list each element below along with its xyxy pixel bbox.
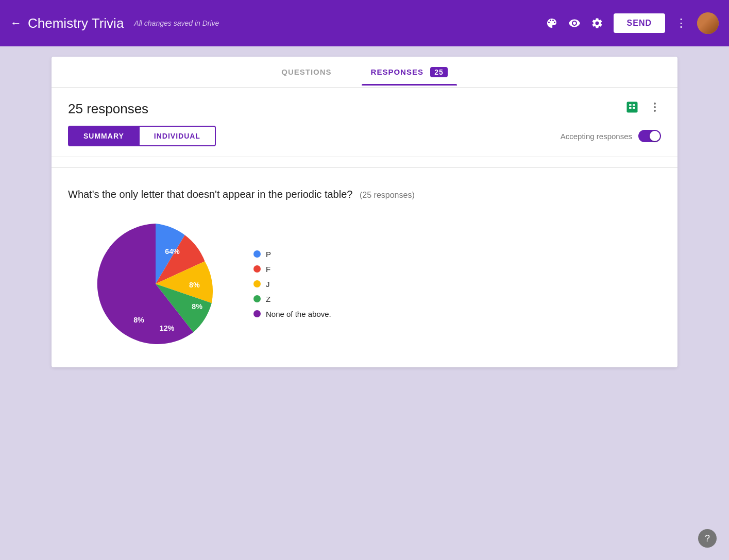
pie-chart-svg: 64% 8% 8% 12% 8% bbox=[89, 217, 223, 351]
tab-responses-label: RESPONSES bbox=[371, 67, 423, 76]
avatar[interactable] bbox=[697, 12, 719, 34]
header-right: SEND ⋮ bbox=[546, 12, 719, 34]
more-options-button[interactable]: ⋮ bbox=[675, 16, 687, 30]
gear-icon bbox=[591, 17, 603, 29]
responses-more-button[interactable] bbox=[649, 101, 661, 116]
legend-item-none: None of the above. bbox=[253, 310, 331, 318]
eye-icon bbox=[568, 17, 581, 29]
legend-label-none: None of the above. bbox=[266, 310, 331, 318]
back-button[interactable]: ← bbox=[10, 16, 22, 30]
chart-legend: P F J Z None bbox=[253, 250, 331, 318]
main-tabs: QUESTIONS RESPONSES 25 bbox=[52, 57, 677, 88]
app-title: Chemistry Trivia bbox=[28, 15, 124, 31]
settings-icon-button[interactable] bbox=[591, 17, 603, 29]
summary-tab[interactable]: SUMMARY bbox=[68, 126, 140, 146]
main-background: QUESTIONS RESPONSES 25 25 responses bbox=[0, 46, 729, 560]
send-button[interactable]: SEND bbox=[614, 13, 665, 33]
spacer bbox=[52, 157, 677, 167]
accepting-label: Accepting responses bbox=[561, 132, 632, 141]
header: ← Chemistry Trivia All changes saved in … bbox=[0, 0, 729, 46]
preview-icon-button[interactable] bbox=[568, 17, 581, 29]
svg-rect-2 bbox=[633, 104, 635, 106]
sheets-icon bbox=[625, 100, 639, 114]
view-tabs: SUMMARY INDIVIDUAL bbox=[68, 126, 216, 146]
pie-label-none: 64% bbox=[165, 247, 180, 256]
svg-point-9 bbox=[654, 106, 656, 108]
palette-icon-button[interactable] bbox=[546, 17, 558, 29]
individual-tab[interactable]: INDIVIDUAL bbox=[140, 126, 216, 146]
question-content: What's the only letter that doesn't appe… bbox=[68, 189, 352, 200]
help-button[interactable]: ? bbox=[698, 529, 717, 548]
saved-status: All changes saved in Drive bbox=[134, 19, 219, 27]
legend-dot-none bbox=[253, 310, 261, 317]
sheets-export-button[interactable] bbox=[625, 100, 639, 117]
legend-dot-z bbox=[253, 295, 261, 302]
pie-chart: 64% 8% 8% 12% 8% bbox=[89, 217, 223, 351]
header-left: ← Chemistry Trivia All changes saved in … bbox=[10, 15, 537, 31]
legend-label-j: J bbox=[266, 280, 270, 289]
svg-point-10 bbox=[654, 110, 656, 112]
svg-point-8 bbox=[654, 103, 656, 105]
legend-item-z: Z bbox=[253, 295, 331, 303]
legend-dot-p bbox=[253, 250, 261, 258]
legend-label-z: Z bbox=[266, 295, 270, 303]
responses-actions bbox=[625, 100, 661, 117]
legend-label-p: P bbox=[266, 250, 271, 259]
pie-label-j: 12% bbox=[160, 324, 175, 332]
tab-questions[interactable]: QUESTIONS bbox=[277, 58, 335, 86]
svg-rect-4 bbox=[633, 107, 635, 109]
svg-rect-1 bbox=[629, 104, 632, 106]
response-count-badge: 25 bbox=[430, 67, 448, 77]
accepting-toggle[interactable] bbox=[638, 130, 661, 142]
avatar-image bbox=[697, 12, 719, 34]
legend-item-p: P bbox=[253, 250, 331, 259]
tab-responses[interactable]: RESPONSES 25 bbox=[367, 58, 452, 86]
palette-icon bbox=[546, 17, 558, 29]
chart-area: 64% 8% 8% 12% 8% P F bbox=[68, 217, 661, 351]
responses-count: 25 responses bbox=[68, 101, 148, 117]
accepting-row: Accepting responses bbox=[561, 130, 661, 142]
svg-rect-3 bbox=[629, 107, 632, 109]
form-card: QUESTIONS RESPONSES 25 25 responses bbox=[52, 57, 677, 367]
pie-label-p: 8% bbox=[189, 281, 200, 289]
responses-header: 25 responses bbox=[52, 88, 677, 126]
question-response-count: (25 responses) bbox=[360, 191, 415, 199]
question-text: What's the only letter that doesn't appe… bbox=[68, 189, 661, 200]
legend-label-f: F bbox=[266, 265, 270, 274]
svg-rect-0 bbox=[627, 102, 638, 113]
pie-label-f: 8% bbox=[192, 302, 202, 311]
pie-label-z: 8% bbox=[133, 316, 144, 324]
question-section: What's the only letter that doesn't appe… bbox=[52, 168, 677, 367]
legend-item-f: F bbox=[253, 265, 331, 274]
legend-dot-f bbox=[253, 265, 261, 273]
legend-item-j: J bbox=[253, 280, 331, 289]
more-vertical-icon bbox=[649, 101, 661, 113]
view-controls: SUMMARY INDIVIDUAL Accepting responses bbox=[52, 126, 677, 157]
legend-dot-j bbox=[253, 280, 261, 287]
